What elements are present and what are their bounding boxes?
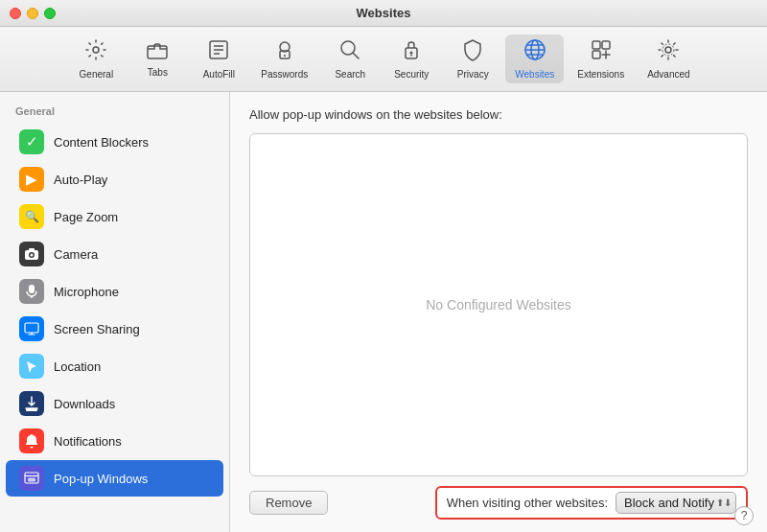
content-blockers-icon: ✓ xyxy=(19,129,44,154)
microphone-icon xyxy=(19,279,44,304)
search-label: Search xyxy=(335,69,365,80)
passwords-label: Passwords xyxy=(261,69,308,80)
sidebar-item-microphone[interactable]: Microphone xyxy=(6,273,223,310)
camera-icon xyxy=(19,242,44,266)
location-icon xyxy=(19,354,44,379)
autofill-label: AutoFill xyxy=(203,69,235,80)
sidebar-item-screen-sharing[interactable]: Screen Sharing xyxy=(6,311,223,347)
sidebar-item-page-zoom-label: Page Zoom xyxy=(54,210,118,224)
remove-button[interactable]: Remove xyxy=(249,491,328,515)
sidebar-item-camera[interactable]: Camera xyxy=(6,236,223,272)
sidebar-item-notifications-label: Notifications xyxy=(54,434,122,449)
svg-rect-21 xyxy=(593,51,600,58)
svg-rect-30 xyxy=(25,323,38,333)
sidebar-item-screen-sharing-label: Screen Sharing xyxy=(54,322,140,336)
svg-rect-31 xyxy=(26,408,37,411)
toolbar-item-advanced[interactable]: Advanced xyxy=(638,35,699,83)
passwords-icon xyxy=(275,38,294,67)
toolbar-item-search[interactable]: Search xyxy=(321,35,379,83)
websites-list: No Configured Websites xyxy=(249,133,748,476)
sidebar: General ✓ Content Blockers ▶ Auto-Play 🔍… xyxy=(0,92,230,532)
svg-rect-28 xyxy=(29,285,35,293)
svg-rect-27 xyxy=(29,248,35,251)
svg-rect-34 xyxy=(28,478,35,482)
extensions-icon xyxy=(590,38,613,67)
no-websites-text: No Configured Websites xyxy=(426,297,570,312)
visiting-label: When visiting other websites: xyxy=(447,496,608,510)
notifications-icon xyxy=(19,428,44,453)
content-wrapper: Allow pop-up windows on the websites bel… xyxy=(230,92,767,532)
extensions-label: Extensions xyxy=(577,69,624,80)
sidebar-item-page-zoom[interactable]: 🔍 Page Zoom xyxy=(6,198,223,235)
traffic-lights xyxy=(10,8,56,19)
content-description: Allow pop-up windows on the websites bel… xyxy=(249,107,748,122)
toolbar-item-passwords[interactable]: Passwords xyxy=(251,35,317,83)
content-panel: Allow pop-up windows on the websites bel… xyxy=(230,92,767,532)
privacy-icon xyxy=(462,38,483,67)
sidebar-item-downloads[interactable]: Downloads xyxy=(6,385,223,422)
websites-label: Websites xyxy=(515,69,554,80)
visiting-select-wrapper[interactable]: Block and Notify Block Allow ⬆⬇ xyxy=(616,492,736,514)
svg-line-10 xyxy=(353,53,359,58)
toolbar-item-security[interactable]: Security xyxy=(383,35,440,83)
sidebar-item-microphone-label: Microphone xyxy=(54,285,119,299)
toolbar-item-autofill[interactable]: AutoFill xyxy=(190,35,247,83)
svg-point-12 xyxy=(410,52,413,55)
privacy-label: Privacy xyxy=(457,69,489,80)
page-zoom-icon: 🔍 xyxy=(19,204,44,229)
sidebar-item-content-blockers-label: Content Blockers xyxy=(54,135,149,150)
sidebar-item-camera-label: Camera xyxy=(54,247,98,262)
svg-point-0 xyxy=(93,47,99,53)
sidebar-item-notifications[interactable]: Notifications xyxy=(6,423,223,459)
tabs-icon xyxy=(146,40,169,65)
sidebar-item-downloads-label: Downloads xyxy=(54,397,115,411)
auto-play-icon: ▶ xyxy=(19,167,44,192)
svg-rect-19 xyxy=(593,41,600,49)
sidebar-item-location-label: Location xyxy=(54,359,101,374)
sidebar-item-auto-play-label: Auto-Play xyxy=(54,173,107,187)
toolbar-item-general[interactable]: General xyxy=(67,35,125,83)
title-bar: Websites xyxy=(0,0,767,27)
toolbar-item-privacy[interactable]: Privacy xyxy=(444,35,501,83)
visiting-select[interactable]: Block and Notify Block Allow xyxy=(616,492,736,514)
close-button[interactable] xyxy=(10,8,21,19)
general-icon xyxy=(84,38,107,67)
svg-point-22 xyxy=(665,47,671,53)
minimize-button[interactable] xyxy=(27,8,38,19)
sidebar-item-content-blockers[interactable]: ✓ Content Blockers xyxy=(6,124,223,160)
help-button[interactable]: ? xyxy=(734,506,754,525)
sidebar-item-location[interactable]: Location xyxy=(6,348,223,384)
search-icon xyxy=(338,38,361,67)
sidebar-item-popup-windows-label: Pop-up Windows xyxy=(54,472,148,486)
sidebar-section-label: General xyxy=(0,102,229,123)
svg-point-26 xyxy=(31,254,34,257)
toolbar-item-websites[interactable]: Websites xyxy=(505,35,564,83)
svg-rect-1 xyxy=(148,46,167,58)
websites-icon xyxy=(523,38,546,67)
svg-point-23 xyxy=(662,44,674,56)
autofill-icon xyxy=(207,38,230,67)
general-label: General xyxy=(80,69,114,80)
popup-windows-icon xyxy=(19,466,44,491)
window-title: Websites xyxy=(357,6,411,20)
advanced-label: Advanced xyxy=(647,69,689,80)
toolbar: General Tabs AutoFill xyxy=(0,27,767,92)
downloads-icon xyxy=(19,391,44,416)
sidebar-item-auto-play[interactable]: ▶ Auto-Play xyxy=(6,161,223,197)
visiting-control: When visiting other websites: Block and … xyxy=(435,486,748,520)
screen-sharing-icon xyxy=(19,316,44,341)
bottom-bar: Remove When visiting other websites: Blo… xyxy=(249,486,748,520)
maximize-button[interactable] xyxy=(44,8,56,19)
advanced-icon xyxy=(657,38,680,67)
tabs-label: Tabs xyxy=(148,67,168,78)
toolbar-item-tabs[interactable]: Tabs xyxy=(128,36,186,81)
security-label: Security xyxy=(394,69,429,80)
sidebar-item-popup-windows[interactable]: Pop-up Windows xyxy=(6,460,223,497)
security-icon xyxy=(401,38,422,67)
main-content: General ✓ Content Blockers ▶ Auto-Play 🔍… xyxy=(0,92,767,532)
toolbar-item-extensions[interactable]: Extensions xyxy=(568,35,634,83)
svg-rect-20 xyxy=(602,41,610,49)
